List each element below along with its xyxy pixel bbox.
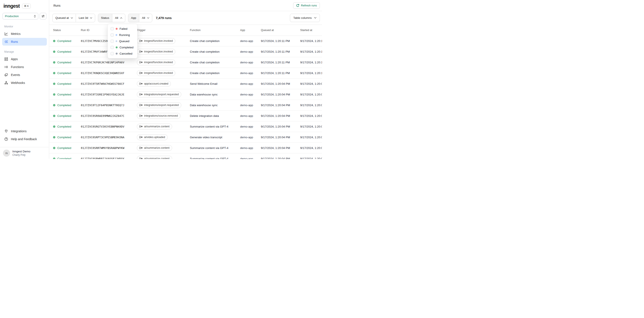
queued-at-cell: 9/17/2024, 1:20:04 PM <box>261 143 300 153</box>
checkbox[interactable] <box>110 46 114 49</box>
sidebar-item-apps[interactable]: Apps <box>2 55 47 63</box>
function-cell[interactable]: Data warehouse sync <box>190 100 240 110</box>
checkbox[interactable] <box>110 33 114 37</box>
checkbox[interactable] <box>110 27 114 30</box>
environment-selector[interactable]: Production <box>2 13 38 20</box>
trigger-badge[interactable]: integrations/source.removed <box>137 113 180 119</box>
time-range-selector[interactable]: Last 3d <box>76 14 95 22</box>
avatar: IN <box>3 150 10 157</box>
user-menu[interactable]: IN Inngest Demo Charly Poly <box>0 147 49 159</box>
sidebar-item-events[interactable]: Events <box>2 71 47 79</box>
status-label: Completed <box>57 50 71 53</box>
nav-section-monitor: Monitor <box>2 24 47 30</box>
command-k-shortcut[interactable]: ⌘ K <box>22 4 30 9</box>
function-cell[interactable]: Create chat completion <box>190 46 240 57</box>
function-cell[interactable]: Summarize content via GPT-4 <box>190 143 240 153</box>
run-id-cell[interactable]: 01J7ZVC0T5RTW0A7HGWSS766CF <box>81 78 137 89</box>
table-row[interactable]: Completed 01J7ZVC7MVF34WRF inngest/funct… <box>49 46 322 57</box>
events-windows-icon <box>4 73 8 77</box>
function-cell[interactable]: Create chat completion <box>190 68 240 78</box>
checkbox[interactable] <box>110 40 114 43</box>
app-cell: demo-app <box>240 68 261 78</box>
trigger-cell: integrations/export.requested <box>137 100 190 110</box>
table-row[interactable]: Completed 01J7ZVC0SRWRB7JXAQSPJJHDQX ai/… <box>49 153 322 159</box>
trigger-badge[interactable]: inngest/function.invoked <box>137 38 175 44</box>
run-id-cell[interactable]: 01J7ZVC0T3SRE1P96SYEA2J6JE <box>81 89 137 100</box>
trigger-badge[interactable]: inngest/function.invoked <box>137 60 175 65</box>
sidebar-item-metrics[interactable]: Metrics <box>2 30 47 38</box>
column-header-app: App <box>240 25 261 36</box>
table-row[interactable]: Completed 01J7ZVC0SRPT3C9PE5BME9H3NA ai/… <box>49 132 322 143</box>
queued-at-cell: 9/17/2024, 1:20:04 PM <box>261 132 300 143</box>
refresh-runs-button[interactable]: Refresh runs <box>293 2 320 9</box>
trigger-badge[interactable]: integrations/export.requested <box>137 102 181 108</box>
table-row[interactable]: Completed 01J7ZVC0SRRTWMVYBSRABPWYKW ai/… <box>49 143 322 153</box>
sidebar-item-runs[interactable]: Runs <box>2 38 47 46</box>
trigger-badge[interactable]: ai/summarize.content <box>137 156 172 159</box>
trigger-badge[interactable]: integrations/export.requested <box>137 92 181 97</box>
trigger-name: integrations/export.requested <box>144 93 179 96</box>
runs-table: Status Run ID Trigger Function App Queue… <box>49 25 322 159</box>
function-cell[interactable]: Delete integration data <box>190 110 240 121</box>
status-option-failed[interactable]: Failed <box>108 26 137 32</box>
function-cell[interactable]: Create chat completion <box>190 57 240 68</box>
function-cell[interactable]: Summarize content via GPT-4 <box>190 121 240 132</box>
started-at-cell: 9/17/2024, 1:20:11 PM <box>300 68 322 78</box>
failed-status-dot-icon <box>116 28 118 30</box>
runs-table-container: Status Run ID Trigger Function App Queue… <box>49 25 322 159</box>
table-row[interactable]: Completed 01J7ZVC7KNQKSCXQE3HQWN55XF inn… <box>49 68 322 78</box>
sidebar-item-functions[interactable]: Functions <box>2 63 47 71</box>
function-cell[interactable]: Send Welcome Email <box>190 78 240 89</box>
environment-settings-button[interactable] <box>40 13 46 20</box>
completed-status-dot-icon <box>53 51 56 53</box>
trigger-badge[interactable]: inngest/function.invoked <box>137 49 175 55</box>
table-columns-button[interactable]: Table columns <box>290 14 320 22</box>
sidebar-item-label: Functions <box>11 65 24 69</box>
table-row[interactable]: Completed 01J7ZVC0T5RTW0A7HGWSS766CF app… <box>49 78 322 89</box>
run-id-cell[interactable]: 01J7ZVC0SRWRB7JXAQSPJJHDQX <box>81 153 137 159</box>
status-option-completed[interactable]: Completed <box>108 44 137 51</box>
running-status-dot-icon <box>116 34 117 36</box>
function-cell[interactable]: Create chat completion <box>190 36 240 46</box>
sidebar: inngest ⌘ K Production Monitor Metrics <box>0 0 49 159</box>
trigger-badge[interactable]: ai/summarize.content <box>137 124 172 129</box>
trigger-badge[interactable]: inngest/function.invoked <box>137 70 175 76</box>
trigger-badge[interactable]: ai/video.uploaded <box>137 134 168 140</box>
function-cell[interactable]: Data warehouse sync <box>190 89 240 100</box>
runs-table-body: Completed 01J7ZVC7MV6CCZS9 inngest/funct… <box>49 36 322 159</box>
run-id-cell[interactable]: 01J7ZVC0SRPT3C9PE5BME9H3NA <box>81 132 137 143</box>
trigger-badge[interactable]: app/account.created <box>137 81 171 87</box>
completed-status-dot-icon <box>116 47 118 48</box>
table-row[interactable]: Completed 01J7ZVC7KP6RJK74B1NP14PA6V inn… <box>49 57 322 68</box>
app-filter-value[interactable]: All <box>139 14 152 22</box>
run-id-cell[interactable]: 01J7ZVC0SRRTWMVYBSRABPWYKW <box>81 143 137 153</box>
run-id-cell[interactable]: 01J7ZVC7KP6RJK74B1NP14PA6V <box>81 57 137 68</box>
table-row[interactable]: Completed 01J7ZVC0T12F64P8SNKTT0EQ7J int… <box>49 100 322 110</box>
trigger-badge[interactable]: ai/summarize.content <box>137 145 172 151</box>
run-id-cell[interactable]: 01J7ZVC7KNQKSCXQE3HQWN55XF <box>81 68 137 78</box>
status-option-queued[interactable]: Queued <box>108 38 137 44</box>
sidebar-item-webhooks[interactable]: Webhooks <box>2 79 47 87</box>
table-row[interactable]: Completed 01J7ZVC0SR0AE09MW62JGZ847C int… <box>49 110 322 121</box>
table-row[interactable]: Completed 01J7ZVC0T3SRE1P96SYEA2J6JE int… <box>49 89 322 100</box>
status-filter-value[interactable]: All <box>112 14 125 22</box>
function-cell[interactable]: Generate video transcript <box>190 132 240 143</box>
column-header-trigger: Trigger <box>137 25 190 36</box>
run-id-cell[interactable]: 01J7ZVC0SRGTV303YEBNPNK0DV <box>81 121 137 132</box>
sidebar-item-help[interactable]: Help and Feedback <box>2 135 47 143</box>
time-filter-group: Queued at Last 3d <box>52 14 95 22</box>
time-field-selector[interactable]: Queued at <box>52 14 76 22</box>
event-signal-icon <box>140 104 142 106</box>
run-id-cell[interactable]: 01J7ZVC0T12F64P8SNKTT0EQ7J <box>81 100 137 110</box>
run-id-cell[interactable]: 01J7ZVC0SR0AE09MW62JGZ847C <box>81 110 137 121</box>
table-row[interactable]: Completed 01J7ZVC7MV6CCZS9 inngest/funct… <box>49 36 322 46</box>
checkbox[interactable] <box>110 52 114 55</box>
status-option-cancelled[interactable]: Cancelled <box>108 51 137 57</box>
table-row[interactable]: Completed 01J7ZVC0SRGTV303YEBNPNK0DV ai/… <box>49 121 322 132</box>
event-signal-icon <box>140 61 142 64</box>
status-option-running[interactable]: Running <box>108 32 137 38</box>
sidebar-item-integrations[interactable]: Integrations <box>2 127 47 135</box>
function-cell[interactable]: Summarize content via GPT-4 <box>190 153 240 159</box>
app-cell: demo-app <box>240 121 261 132</box>
nav-section-manage: Manage <box>2 49 47 55</box>
